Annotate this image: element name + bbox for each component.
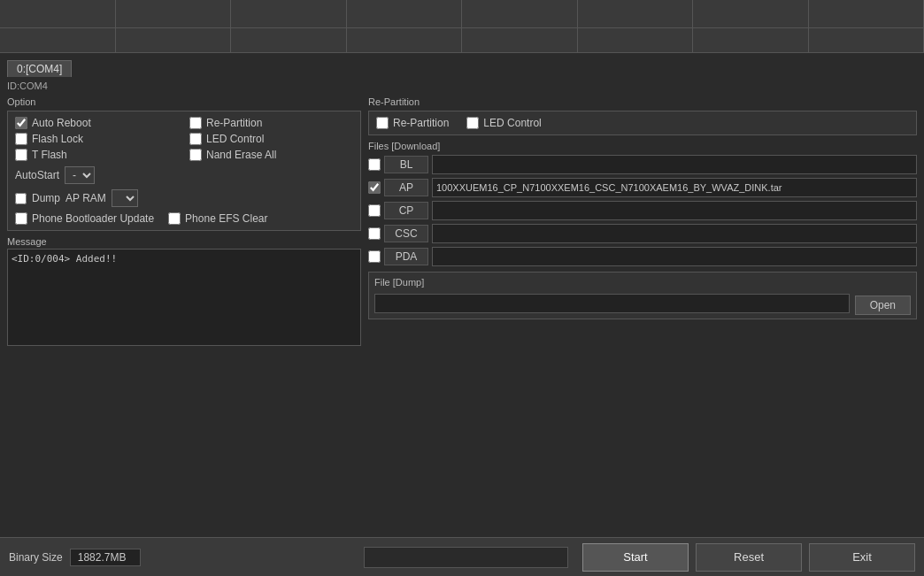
cp-input[interactable] [432,201,917,220]
panels: Option Auto Reboot Re-Partition Flash Lo… [7,96,917,349]
toolbar-row-2 [0,28,924,53]
file-dump-section: File [Dump] Open [368,272,917,319]
rp-label-1: Re-Partition [393,117,449,129]
cp-label: CP [384,202,428,219]
csc-checkbox[interactable] [368,227,381,240]
main-content: 0:[COM4] ID:COM4 Option Auto Reboot Re-P… [0,53,924,352]
pda-label: PDA [384,248,428,265]
id-line: ID:COM4 [7,81,917,91]
t-flash-checkbox[interactable] [15,149,27,161]
ap-checkbox[interactable] [368,181,381,194]
repartition-label: Re-Partition [206,117,262,129]
tb-cell-8 [809,0,925,27]
led-control-checkbox[interactable] [189,133,202,145]
message-label: Message [7,236,361,247]
bl-label: BL [384,156,428,173]
phone-bootloader-checkbox[interactable] [15,212,27,225]
message-textarea[interactable] [7,249,361,346]
tb-cell-6 [578,0,694,27]
pda-input[interactable] [432,247,917,266]
nand-erase-label: Nand Erase All [206,149,276,161]
csc-input[interactable] [432,224,917,243]
flash-lock-label: Flash Lock [32,133,83,145]
option-box: Auto Reboot Re-Partition Flash Lock LED … [7,111,361,231]
auto-reboot-label: Auto Reboot [32,117,91,129]
repartition-checkbox[interactable] [189,117,202,129]
csc-label: CSC [384,225,428,242]
tb2-cell-8 [809,28,925,52]
option-section-label: Option [7,96,361,107]
rp-item-1: Re-Partition [376,117,449,129]
option-nand-erase: Nand Erase All [189,149,353,161]
message-section: Message [7,236,361,349]
dump-checkbox[interactable] [15,193,27,204]
repartition-items: Re-Partition LED Control [376,117,909,129]
binary-size-label: Binary Size [9,551,63,564]
tb-cell-1 [0,0,116,27]
dump-ap-label: AP RAM [65,192,106,204]
tb2-cell-2 [116,28,232,52]
left-panel: Option Auto Reboot Re-Partition Flash Lo… [7,96,361,349]
cp-checkbox[interactable] [368,204,381,217]
option-flash-lock: Flash Lock [15,133,179,145]
rp-label-2: LED Control [483,117,541,129]
phone-efs-item: Phone EFS Clear [168,212,267,225]
exit-button[interactable]: Exit [809,543,915,572]
autostart-select[interactable]: - [65,166,95,184]
toolbar-row-1 [0,0,924,28]
tb2-cell-5 [462,28,578,52]
tb-cell-5 [462,0,578,27]
option-led-control: LED Control [189,133,353,145]
repartition-box: Re-Partition LED Control [368,111,917,135]
rp-checkbox-1[interactable] [376,117,389,129]
open-button[interactable]: Open [855,296,911,315]
phone-row: Phone Bootloader Update Phone EFS Clear [15,212,353,225]
reset-button[interactable]: Reset [696,543,802,572]
led-control-label: LED Control [206,133,264,145]
tb2-cell-4 [347,28,463,52]
file-row-pda: PDA [368,247,917,266]
binary-size-value: 1882.7MB [70,549,141,566]
nand-erase-checkbox[interactable] [189,149,202,161]
bl-checkbox[interactable] [368,158,381,171]
phone-efs-checkbox[interactable] [168,212,181,225]
start-button[interactable]: Start [582,543,689,572]
file-row-cp: CP [368,201,917,220]
phone-efs-label: Phone EFS Clear [185,212,267,225]
option-auto-reboot: Auto Reboot [15,117,179,129]
rp-checkbox-2[interactable] [466,117,479,129]
files-section: Files [Download] BL AP CP [368,141,917,266]
tb-cell-7 [693,0,809,27]
port-bar: 0:[COM4] [7,60,917,77]
auto-reboot-checkbox[interactable] [15,117,27,129]
phone-bootloader-item: Phone Bootloader Update [15,212,154,225]
autostart-label: AutoStart [15,169,59,181]
flash-lock-checkbox[interactable] [15,133,27,145]
tb-cell-4 [347,0,463,27]
right-panel: Re-Partition Re-Partition LED Control Fi… [368,96,917,349]
tb-cell-3 [231,0,347,27]
option-grid: Auto Reboot Re-Partition Flash Lock LED … [15,117,353,161]
autostart-row: AutoStart - [15,166,353,184]
bl-input[interactable] [432,155,917,174]
pda-checkbox[interactable] [368,250,381,263]
bottom-bar: Binary Size 1882.7MB Start Reset Exit [0,537,924,576]
tb2-cell-1 [0,28,116,52]
dump-row: Dump AP RAM [15,189,353,207]
dump-ap-select[interactable] [112,189,138,207]
tb2-cell-6 [578,28,694,52]
file-dump-label: File [Dump] [374,277,424,288]
file-row-bl: BL [368,155,917,174]
files-section-label: Files [Download] [368,141,917,151]
ap-input[interactable] [432,178,917,197]
phone-bootloader-label: Phone Bootloader Update [32,212,154,225]
ap-label: AP [384,179,428,196]
t-flash-label: T Flash [32,149,67,161]
port-tab[interactable]: 0:[COM4] [7,60,72,77]
dump-label: Dump [32,192,60,204]
file-row-csc: CSC [368,224,917,243]
tb2-cell-7 [693,28,809,52]
tb2-cell-3 [231,28,347,52]
progress-bar [364,547,568,568]
file-dump-input[interactable] [374,294,850,313]
